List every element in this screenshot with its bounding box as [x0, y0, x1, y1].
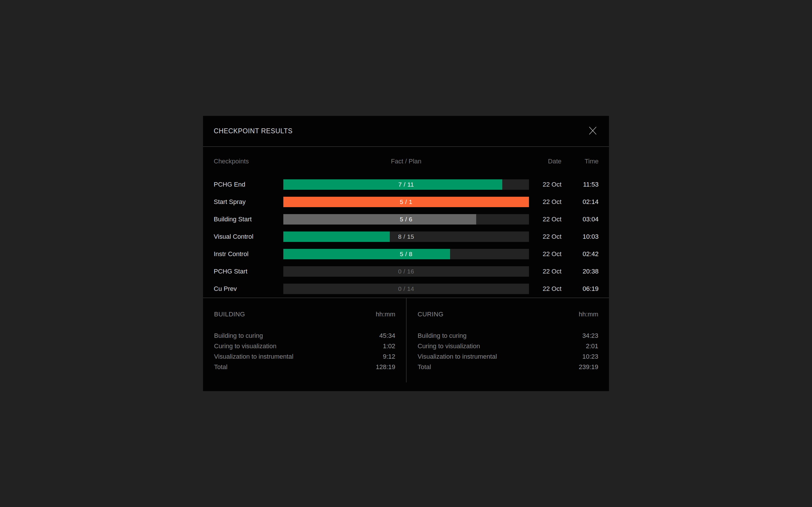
panel-row: Building to curing 34:23	[418, 331, 598, 341]
date-value: 22 Oct	[529, 233, 561, 240]
checkpoint-label: Building Start	[214, 216, 283, 223]
building-panel: BUILDING hh:mm Building to curing 45:34 …	[203, 298, 406, 382]
date-value: 22 Oct	[529, 181, 561, 188]
progress-track: 7 / 11	[283, 179, 529, 190]
modal-header: CHECKPOINT RESULTS	[203, 116, 609, 147]
metric-value: 2:01	[586, 341, 598, 351]
progress-track: 5 / 8	[283, 249, 529, 259]
metric-value: 239:19	[579, 362, 598, 372]
time-value: 10:03	[561, 233, 599, 240]
progress-fill	[283, 214, 476, 225]
close-button[interactable]	[587, 125, 599, 137]
curing-panel: CURING hh:mm Building to curing 34:23 Cu…	[406, 298, 609, 382]
table-row: Visual Control 8 / 15 22 Oct 10:03	[214, 228, 599, 245]
progress-track: 0 / 14	[283, 284, 529, 294]
checkpoint-label: Visual Control	[214, 233, 283, 240]
metric-label: Building to curing	[418, 331, 467, 341]
checkpoints-table: Checkpoints Fact / Plan Date Time PCHG E…	[203, 147, 609, 298]
table-row: Start Spray 5 / 1 22 Oct 02:14	[214, 193, 599, 211]
time-value: 11:53	[561, 181, 599, 188]
checkpoint-results-modal: CHECKPOINT RESULTS Checkpoints Fact / Pl…	[203, 116, 609, 391]
metric-label: Visualization to instrumental	[418, 351, 497, 362]
panel-title: BUILDING	[214, 311, 245, 318]
building-panel-header: BUILDING hh:mm	[214, 298, 395, 331]
metric-label: Total	[418, 362, 431, 372]
modal-title: CHECKPOINT RESULTS	[214, 127, 293, 135]
panel-row: Building to curing 45:34	[214, 331, 395, 341]
table-row: PCHG Start 0 / 16 22 Oct 20:38	[214, 263, 599, 280]
curing-panel-header: CURING hh:mm	[418, 298, 598, 331]
close-icon	[589, 127, 597, 135]
metric-label: Building to curing	[214, 331, 263, 341]
fact-plan-value: 5 / 1	[400, 199, 412, 206]
fact-plan-value: 5 / 8	[400, 250, 412, 258]
table-row: PCHG End 7 / 11 22 Oct 11:53	[214, 176, 599, 193]
column-header-date: Date	[529, 158, 561, 165]
progress-fill	[283, 231, 390, 242]
panel-unit-label: hh:mm	[579, 311, 598, 318]
panel-unit-label: hh:mm	[376, 311, 395, 318]
date-value: 22 Oct	[529, 198, 561, 206]
column-header-time: Time	[561, 158, 599, 165]
date-value: 22 Oct	[529, 250, 561, 258]
panel-title: CURING	[418, 311, 443, 318]
metric-value: 10:23	[582, 351, 598, 362]
checkpoint-label: Cu Prev	[214, 285, 283, 293]
column-header-checkpoints: Checkpoints	[214, 158, 283, 165]
checkpoint-label: PCHG Start	[214, 268, 283, 275]
table-column-headers: Checkpoints Fact / Plan Date Time	[214, 147, 599, 176]
metric-label: Curing to visualization	[214, 341, 276, 351]
checkpoint-label: Instr Control	[214, 250, 283, 258]
panel-row: Curing to visualization 2:01	[418, 341, 598, 351]
checkpoint-label: PCHG End	[214, 181, 283, 188]
progress-track: 0 / 16	[283, 266, 529, 277]
time-value: 06:19	[561, 285, 599, 293]
panel-row: Visualization to instrumental 9:12	[214, 351, 395, 362]
progress-fill	[283, 179, 502, 190]
metric-value: 1:02	[383, 341, 395, 351]
time-value: 02:42	[561, 250, 599, 258]
panel-row: Curing to visualization 1:02	[214, 341, 395, 351]
date-value: 22 Oct	[529, 285, 561, 293]
progress-track: 5 / 6	[283, 214, 529, 225]
table-row: Instr Control 5 / 8 22 Oct 02:42	[214, 245, 599, 263]
panel-row: Total 239:19	[418, 362, 598, 372]
panel-row: Total 128:19	[214, 362, 395, 372]
checkpoint-label: Start Spray	[214, 198, 283, 206]
fact-plan-value: 8 / 15	[398, 233, 414, 240]
summary-panels: BUILDING hh:mm Building to curing 45:34 …	[203, 298, 609, 382]
progress-track: 8 / 15	[283, 231, 529, 242]
progress-fill	[283, 249, 450, 259]
metric-value: 9:12	[383, 351, 395, 362]
progress-track: 5 / 1	[283, 197, 529, 207]
date-value: 22 Oct	[529, 268, 561, 275]
table-row: Building Start 5 / 6 22 Oct 03:04	[214, 211, 599, 228]
fact-plan-value: 5 / 6	[400, 216, 412, 223]
metric-value: 34:23	[582, 331, 598, 341]
metric-label: Total	[214, 362, 227, 372]
metric-value: 128:19	[376, 362, 395, 372]
metric-label: Curing to visualization	[418, 341, 480, 351]
fact-plan-value: 0 / 14	[398, 285, 414, 292]
column-header-fact-plan: Fact / Plan	[283, 158, 529, 165]
time-value: 03:04	[561, 216, 599, 223]
fact-plan-value: 0 / 16	[398, 268, 414, 275]
date-value: 22 Oct	[529, 216, 561, 223]
fact-plan-value: 7 / 11	[399, 181, 414, 188]
time-value: 02:14	[561, 198, 599, 206]
metric-label: Visualization to instrumental	[214, 351, 294, 362]
panel-row: Visualization to instrumental 10:23	[418, 351, 598, 362]
time-value: 20:38	[561, 268, 599, 275]
metric-value: 45:34	[379, 331, 395, 341]
table-row: Cu Prev 0 / 14 22 Oct 06:19	[214, 280, 599, 297]
